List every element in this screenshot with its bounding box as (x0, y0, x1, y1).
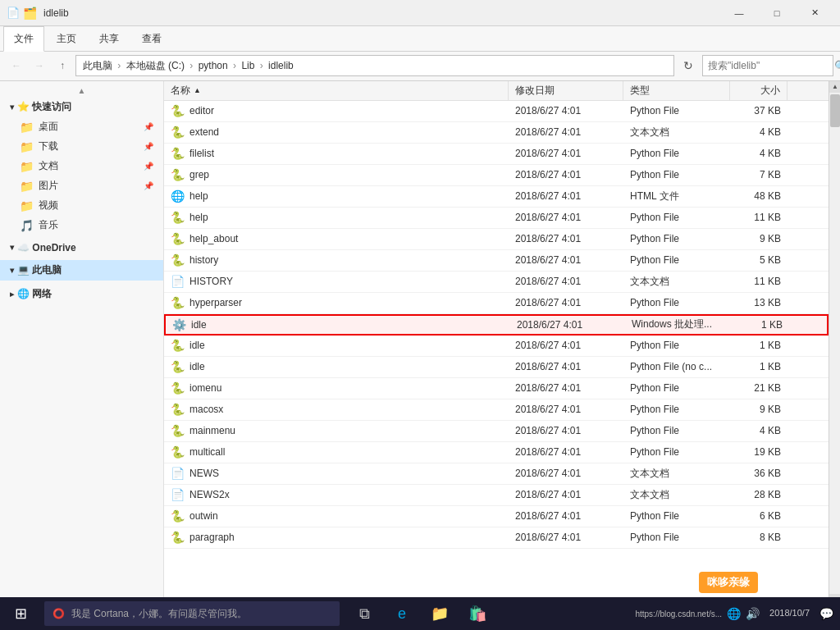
file-icon: 📄 (171, 275, 185, 288)
tab-home[interactable]: 主页 (46, 26, 87, 51)
clock-time: 2018/10/7 (769, 607, 810, 619)
table-row[interactable]: ⚙️ idle 2018/6/27 4:01 Windows 批处理... 1 … (164, 314, 829, 336)
col-header-type[interactable]: 类型 (623, 81, 730, 100)
file-date: 2018/6/27 4:01 (509, 122, 623, 143)
sidebar-item-label-videos: 视频 (39, 199, 58, 212)
close-button[interactable]: ✕ (796, 0, 833, 26)
file-name: hyperparser (189, 297, 242, 308)
file-size: 11 KB (730, 272, 788, 292)
tab-view[interactable]: 查看 (131, 26, 172, 51)
file-type: Python File (623, 527, 730, 548)
store-icon[interactable]: 🛍️ (459, 597, 495, 630)
sidebar-header-quickaccess[interactable]: ▾ ⭐ 快速访问 (0, 97, 163, 117)
table-row[interactable]: 🐍 hyperparser 2018/6/27 4:01 Python File… (164, 293, 829, 314)
sidebar-item-downloads[interactable]: 📁 下载 📌 (0, 137, 163, 157)
explorer-icon[interactable]: 📁 (422, 597, 458, 630)
search-input[interactable] (708, 60, 831, 71)
scrollbar-up-button[interactable]: ▲ (829, 81, 840, 93)
file-date: 2018/6/27 4:01 (509, 336, 623, 356)
file-size: 6 KB (730, 506, 788, 527)
up-button[interactable]: ↑ (52, 56, 72, 75)
file-type: Python File (623, 506, 730, 527)
file-type: Python File (623, 378, 730, 399)
sidebar-header-label-quickaccess: ⭐ 快速访问 (17, 100, 71, 114)
file-icon: 🐍 (171, 381, 185, 395)
scrollbar-thumb[interactable] (830, 94, 840, 127)
file-icon: 🐍 (171, 147, 185, 160)
sidebar-header-onedrive[interactable]: ▾ ☁️ OneDrive (0, 239, 163, 257)
file-size: 5 KB (730, 250, 788, 271)
table-row[interactable]: 🐍 idle 2018/6/27 4:01 Python File (no c.… (164, 357, 829, 378)
table-row[interactable]: 📄 NEWS 2018/6/27 4:01 文本文档 36 KB (164, 463, 829, 485)
task-view-button[interactable]: ⧉ (346, 597, 382, 630)
file-icon: 📄 (171, 467, 185, 480)
table-row[interactable]: 📄 HISTORY 2018/6/27 4:01 文本文档 11 KB (164, 272, 829, 293)
table-row[interactable]: 🐍 history 2018/6/27 4:01 Python File 5 K… (164, 250, 829, 272)
minimize-button[interactable]: — (720, 0, 758, 26)
col-header-date[interactable]: 修改日期 (509, 81, 623, 100)
tab-share[interactable]: 共享 (89, 26, 130, 51)
file-date: 2018/6/27 4:01 (509, 527, 623, 548)
file-size: 13 KB (730, 293, 788, 313)
file-type: Python File (623, 229, 730, 249)
taskbar-search-text: 我是 Cortana，小娜。有问题尽管问我。 (71, 607, 247, 621)
refresh-button[interactable]: ↻ (678, 55, 699, 76)
edge-icon[interactable]: e (384, 597, 420, 630)
table-row[interactable]: 🐍 paragraph 2018/6/27 4:01 Python File 8… (164, 527, 829, 549)
col-header-name[interactable]: 名称 ▲ (164, 81, 509, 100)
file-name: paragraph (189, 532, 235, 543)
file-size: 9 KB (730, 229, 788, 249)
notification-icon[interactable]: 💬 (819, 607, 833, 620)
table-row[interactable]: 🐍 mainmenu 2018/6/27 4:01 Python File 4 … (164, 421, 829, 442)
table-row[interactable]: 🐍 editor 2018/6/27 4:01 Python File 37 K… (164, 101, 829, 122)
table-row[interactable]: 🐍 extend 2018/6/27 4:01 文本文档 4 KB (164, 122, 829, 144)
sidebar-item-videos[interactable]: 📁 视频 (0, 196, 163, 216)
file-type: Python File (623, 101, 730, 121)
table-row[interactable]: 🌐 help 2018/6/27 4:01 HTML 文件 48 KB (164, 186, 829, 208)
file-type: Python File (623, 208, 730, 228)
file-type: 文本文档 (623, 485, 730, 505)
sidebar-item-documents[interactable]: 📁 文档 📌 (0, 157, 163, 176)
sidebar-item-label-music: 音乐 (39, 218, 58, 232)
file-icon: 🐍 (171, 253, 185, 267)
table-row[interactable]: 🐍 outwin 2018/6/27 4:01 Python File 6 KB (164, 506, 829, 527)
table-row[interactable]: 🐍 macosx 2018/6/27 4:01 Python File 9 KB (164, 399, 829, 421)
table-row[interactable]: 🐍 multicall 2018/6/27 4:01 Python File 1… (164, 442, 829, 463)
table-row[interactable]: 🐍 help 2018/6/27 4:01 Python File 11 KB (164, 208, 829, 229)
file-date: 2018/6/27 4:01 (509, 485, 623, 505)
breadcrumb[interactable]: 此电脑 › 本地磁盘 (C:) › python › Lib › idlelib (75, 55, 674, 76)
sidebar-header-thispc[interactable]: ▾ 💻 此电脑 (0, 260, 163, 281)
file-size: 19 KB (730, 442, 788, 463)
file-icon: 🐍 (171, 424, 185, 437)
sidebar-item-desktop[interactable]: 📁 桌面 📌 (0, 117, 163, 137)
table-row[interactable]: 🐍 idle 2018/6/27 4:01 Python File 1 KB (164, 336, 829, 357)
table-row[interactable]: 🐍 iomenu 2018/6/27 4:01 Python File 21 K… (164, 378, 829, 399)
col-header-size[interactable]: 大小 (730, 81, 788, 100)
address-bar: ← → ↑ 此电脑 › 本地磁盘 (C:) › python › Lib › i… (0, 52, 840, 81)
table-row[interactable]: 🐍 filelist 2018/6/27 4:01 Python File 4 … (164, 144, 829, 165)
expand-icon-thispc: ▾ (10, 266, 14, 275)
folder-icon-pictures: 📁 (20, 180, 34, 193)
file-type: 文本文档 (623, 122, 730, 143)
table-row[interactable]: 📄 NEWS2x 2018/6/27 4:01 文本文档 28 KB (164, 485, 829, 506)
scrollbar: ▲ ▼ (829, 81, 840, 605)
tray-network-icon[interactable]: 🌐 (727, 607, 741, 620)
start-button[interactable]: ⊞ (0, 597, 41, 630)
maximize-button[interactable]: □ (758, 0, 796, 26)
file-icon: 🐍 (171, 403, 185, 416)
taskbar-search[interactable]: ⭕ 我是 Cortana，小娜。有问题尽管问我。 (44, 601, 340, 626)
sidebar-item-pictures[interactable]: 📁 图片 📌 (0, 176, 163, 196)
tray-clock[interactable]: 2018/10/7 (765, 607, 815, 619)
tab-file[interactable]: 文件 (3, 26, 44, 52)
file-icon: 🐍 (171, 104, 185, 117)
folder-icon-desktop: 📁 (20, 121, 34, 134)
tray-speaker-icon[interactable]: 🔊 (746, 607, 760, 620)
sidebar-header-network[interactable]: ▸ 🌐 网络 (0, 284, 163, 304)
sidebar-item-music[interactable]: 🎵 音乐 (0, 216, 163, 235)
sidebar-item-label-documents: 文档 (39, 159, 58, 173)
table-row[interactable]: 🐍 help_about 2018/6/27 4:01 Python File … (164, 229, 829, 250)
table-row[interactable]: 🐍 grep 2018/6/27 4:01 Python File 7 KB (164, 165, 829, 186)
file-date: 2018/6/27 4:01 (509, 357, 623, 377)
file-icon: 🐍 (171, 126, 185, 139)
file-date: 2018/6/27 4:01 (509, 165, 623, 185)
